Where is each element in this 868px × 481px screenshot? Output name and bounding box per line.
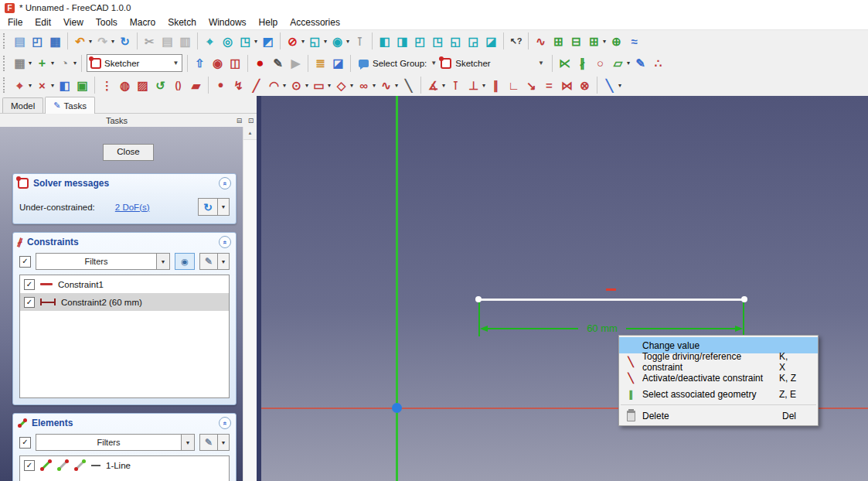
constraint1-checkbox[interactable]: ✓: [24, 279, 35, 290]
whats-this-icon[interactable]: ↖?: [507, 32, 525, 50]
menu-edit[interactable]: Edit: [29, 17, 57, 28]
texture-view-icon[interactable]: ◱: [306, 32, 324, 50]
constraint2-checkbox[interactable]: ✓: [24, 297, 35, 308]
chevron-down-icon[interactable]: ▼: [431, 60, 437, 67]
axonometric-view-icon[interactable]: ◧: [376, 32, 393, 50]
redo-icon[interactable]: ↷: [94, 32, 111, 50]
sketcher-edit-tools-icon-dropdown[interactable]: ▾: [27, 82, 33, 89]
tab-model[interactable]: Model: [2, 97, 43, 113]
chevron-down-icon[interactable]: ▼: [156, 254, 169, 269]
chevron-down-icon[interactable]: ▼: [218, 253, 230, 270]
grid-toggle-icon[interactable]: ▦: [11, 54, 29, 72]
tab-tasks[interactable]: ✎ Tasks: [45, 97, 95, 114]
dock-close-icon[interactable]: ⊡: [245, 117, 257, 125]
horizontal-constraint-marker[interactable]: [606, 288, 616, 291]
elements-header[interactable]: Elements «: [13, 414, 236, 432]
workbench-selector[interactable]: Sketcher ▼: [87, 54, 182, 72]
sketcher-edit-tools-icon[interactable]: ⌖: [11, 77, 29, 94]
view-sketch-icon[interactable]: ◉: [209, 54, 226, 72]
bspline-knot-multiplicity-icon-dropdown[interactable]: ▾: [601, 38, 608, 45]
sketcher-select-dof-icon[interactable]: ◍: [116, 77, 134, 94]
top-view-icon[interactable]: ◰: [411, 32, 429, 50]
bspline-curvature-comb-icon[interactable]: ⊟: [567, 32, 585, 50]
create-point-icon[interactable]: •: [212, 77, 230, 94]
toggle-driving-constraint-icon[interactable]: ╲: [601, 77, 618, 94]
right-view-icon[interactable]: ◳: [429, 32, 447, 50]
sketcher-select-associated-icon[interactable]: ∦: [574, 54, 591, 72]
toolbar-drag-handle[interactable]: [3, 33, 8, 49]
create-arc-icon-dropdown[interactable]: ▾: [281, 82, 288, 89]
scroll-up-icon[interactable]: ▲: [243, 127, 257, 140]
isometric-view-icon[interactable]: ◳: [237, 32, 254, 50]
collapse-icon[interactable]: «: [219, 177, 231, 189]
wand-icon[interactable]: ✎: [199, 253, 218, 270]
create-polygon-icon[interactable]: ◇: [332, 77, 350, 94]
undo-icon[interactable]: ↶: [71, 32, 89, 50]
sketcher-extend-icon[interactable]: ◧: [56, 77, 73, 94]
chevron-down-icon[interactable]: ▼: [538, 60, 544, 67]
redo-icon-dropdown[interactable]: ▾: [110, 38, 116, 45]
bspline-control-polygon-icon[interactable]: ⊞: [550, 32, 567, 50]
create-line-icon[interactable]: ╱: [247, 77, 265, 94]
collapse-icon[interactable]: «: [219, 236, 231, 248]
join-curves-icon[interactable]: ≈: [625, 32, 643, 50]
menu-windows[interactable]: Windows: [203, 17, 253, 28]
texture-view-icon-dropdown[interactable]: ▾: [322, 38, 328, 45]
measure-icon[interactable]: ⊺: [351, 32, 369, 50]
create-circle-icon[interactable]: ⊙: [288, 77, 305, 94]
constraint-horizontal-vertical-icon-dropdown[interactable]: ▾: [481, 82, 487, 89]
snap-toggle-icon-dropdown[interactable]: ▾: [49, 60, 56, 67]
scene-inspector-icon[interactable]: ◪: [329, 54, 347, 72]
create-circle-icon-dropdown[interactable]: ▾: [304, 82, 310, 89]
select-group-control[interactable]: Select Group: ▼ Sketcher ▼: [359, 58, 544, 69]
sketcher-split-edge-icon[interactable]: ⋉: [556, 54, 574, 72]
fit-all-icon[interactable]: ⌖: [201, 32, 219, 50]
sketcher-arc-continuity-icon[interactable]: ○: [591, 54, 609, 72]
origin-point[interactable]: [392, 403, 402, 413]
sketcher-scale-icon[interactable]: (): [169, 77, 187, 94]
create-bspline-icon-dropdown[interactable]: ▾: [393, 82, 400, 89]
sketcher-external-geometry-icon[interactable]: ▣: [73, 77, 91, 94]
constraint-distance-vertical-icon[interactable]: ⊺: [447, 77, 465, 94]
refresh-icon[interactable]: ↻: [116, 32, 134, 50]
left-view-icon[interactable]: ◪: [482, 32, 500, 50]
constraint-horizontal-vertical-icon[interactable]: ⊥: [465, 77, 482, 94]
refresh-icon[interactable]: ↻: [198, 198, 218, 216]
menu-item-toggle-driving[interactable]: ╲ Toggle driving/reference constraint K,…: [619, 353, 818, 370]
menu-macro[interactable]: Macro: [124, 17, 162, 28]
toggle-construction-geometry-icon[interactable]: ╲: [400, 77, 417, 94]
toolbar-drag-handle[interactable]: [3, 56, 8, 71]
constraint-symmetric-icon[interactable]: ⋈: [558, 77, 576, 94]
constraint-dimension-icon[interactable]: ∡: [424, 77, 442, 94]
sketcher-join-points-icon[interactable]: ⋮: [98, 77, 116, 94]
sketcher-merge-icon[interactable]: ∴: [649, 54, 667, 72]
bottom-view-icon[interactable]: ◲: [465, 32, 482, 50]
new-document-icon[interactable]: ▤: [11, 32, 29, 50]
create-slot-icon-dropdown[interactable]: ▾: [371, 82, 377, 89]
collapse-icon[interactable]: «: [219, 417, 231, 429]
open-document-icon[interactable]: ◰: [29, 32, 46, 50]
constraints-show-checkbox[interactable]: ✓: [19, 256, 31, 268]
create-arc-icon[interactable]: ◠: [265, 77, 283, 94]
line-endpoint-right[interactable]: [741, 296, 747, 302]
toggle-driving-constraint-icon-dropdown[interactable]: ▾: [617, 82, 623, 89]
constraint-dimension-icon-dropdown[interactable]: ▾: [441, 82, 447, 89]
view-section-icon[interactable]: ◫: [226, 54, 244, 72]
zoom-tool-icon-dropdown[interactable]: ▾: [345, 38, 351, 45]
menu-file[interactable]: File: [2, 17, 29, 28]
3d-viewport[interactable]: 60 mm Change value ╲ Toggle driving/refe…: [261, 96, 868, 481]
paste-icon[interactable]: ▥: [176, 32, 194, 50]
clipping-plane-icon-dropdown[interactable]: ▾: [300, 38, 306, 45]
constraints-filter-combo[interactable]: Filters ▼: [36, 253, 170, 270]
sketcher-trim-icon-dropdown[interactable]: ▾: [49, 82, 56, 89]
constraint-row[interactable]: ✓ Constraint1: [20, 275, 229, 293]
wand-icon[interactable]: ✎: [199, 434, 218, 451]
create-rectangle-icon[interactable]: ▭: [310, 77, 328, 94]
sketcher-polygon-tool-icon[interactable]: ▱: [609, 54, 627, 72]
solver-header[interactable]: Solver messages «: [13, 174, 236, 192]
menu-item-delete[interactable]: Delete Del: [619, 408, 818, 424]
create-polygon-icon-dropdown[interactable]: ▾: [349, 82, 355, 89]
close-button[interactable]: Close: [103, 144, 154, 161]
front-view-icon[interactable]: ◨: [393, 32, 411, 50]
elements-filter-combo[interactable]: Filters ▼: [36, 434, 195, 451]
